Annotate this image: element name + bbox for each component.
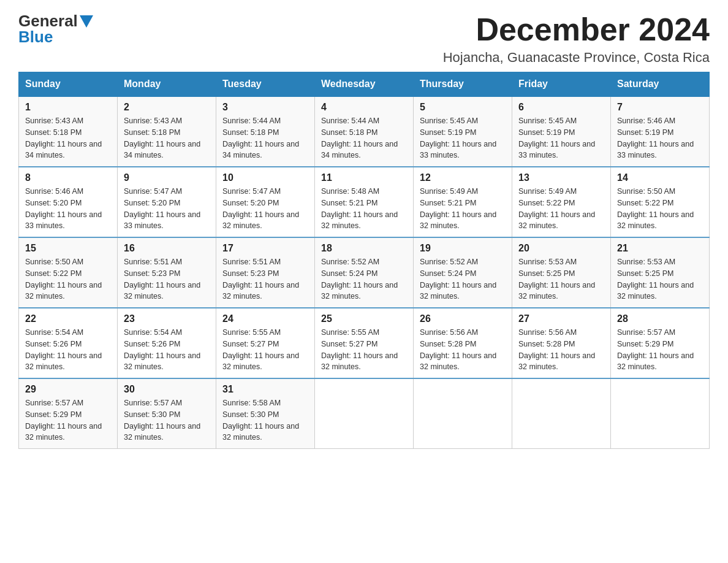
daylight-text: Daylight: 11 hours and 33 minutes. (617, 140, 694, 160)
day-info: Sunrise: 5:54 AM Sunset: 5:26 PM Dayligh… (124, 327, 210, 373)
day-number: 25 (321, 313, 407, 324)
day-number: 5 (420, 102, 506, 113)
daylight-text: Daylight: 11 hours and 33 minutes. (124, 210, 200, 231)
day-number: 30 (124, 384, 210, 395)
day-number: 28 (617, 313, 703, 324)
sunrise-text: Sunrise: 5:47 AM (124, 187, 182, 196)
day-number: 17 (222, 243, 308, 254)
day-number: 18 (321, 243, 407, 254)
sunset-text: Sunset: 5:28 PM (420, 340, 476, 348)
day-info: Sunrise: 5:55 AM Sunset: 5:27 PM Dayligh… (321, 327, 407, 373)
day-number: 1 (25, 102, 111, 113)
calendar-cell: 23 Sunrise: 5:54 AM Sunset: 5:26 PM Dayl… (118, 308, 216, 378)
weekday-header-saturday: Saturday (611, 72, 710, 97)
sunrise-text: Sunrise: 5:57 AM (124, 399, 182, 407)
daylight-text: Daylight: 11 hours and 32 minutes. (222, 281, 299, 301)
main-title: December 2024 (443, 12, 710, 47)
sunset-text: Sunset: 5:25 PM (617, 269, 673, 278)
sunset-text: Sunset: 5:21 PM (321, 199, 377, 207)
sunset-text: Sunset: 5:22 PM (518, 199, 575, 207)
calendar-cell: 31 Sunrise: 5:58 AM Sunset: 5:30 PM Dayl… (216, 378, 315, 449)
day-info: Sunrise: 5:52 AM Sunset: 5:24 PM Dayligh… (420, 256, 506, 302)
sunrise-text: Sunrise: 5:51 AM (222, 258, 281, 266)
sunset-text: Sunset: 5:27 PM (321, 340, 377, 348)
day-number: 15 (25, 243, 111, 254)
daylight-text: Daylight: 11 hours and 32 minutes. (25, 351, 102, 372)
sunrise-text: Sunrise: 5:45 AM (518, 117, 577, 125)
calendar-cell: 21 Sunrise: 5:53 AM Sunset: 5:25 PM Dayl… (611, 237, 710, 308)
calendar-cell: 20 Sunrise: 5:53 AM Sunset: 5:25 PM Dayl… (512, 237, 611, 308)
sunset-text: Sunset: 5:23 PM (124, 269, 180, 278)
sunset-text: Sunset: 5:25 PM (518, 269, 575, 278)
sunset-text: Sunset: 5:29 PM (25, 410, 82, 419)
sunrise-text: Sunrise: 5:55 AM (321, 328, 379, 337)
daylight-text: Daylight: 11 hours and 32 minutes. (321, 281, 398, 301)
calendar-cell: 27 Sunrise: 5:56 AM Sunset: 5:28 PM Dayl… (512, 308, 611, 378)
sunrise-text: Sunrise: 5:49 AM (420, 187, 478, 196)
day-info: Sunrise: 5:43 AM Sunset: 5:18 PM Dayligh… (25, 115, 111, 161)
day-info: Sunrise: 5:49 AM Sunset: 5:22 PM Dayligh… (518, 186, 604, 232)
sunrise-text: Sunrise: 5:43 AM (25, 117, 83, 125)
day-number: 8 (25, 172, 111, 183)
day-number: 16 (124, 243, 210, 254)
day-number: 14 (617, 172, 703, 183)
daylight-text: Daylight: 11 hours and 33 minutes. (420, 140, 496, 160)
sunrise-text: Sunrise: 5:50 AM (617, 187, 675, 196)
daylight-text: Daylight: 11 hours and 32 minutes. (617, 281, 694, 301)
weekday-header-sunday: Sunday (19, 72, 118, 97)
day-number: 7 (617, 102, 703, 113)
daylight-text: Daylight: 11 hours and 32 minutes. (321, 351, 398, 372)
day-info: Sunrise: 5:53 AM Sunset: 5:25 PM Dayligh… (617, 256, 703, 302)
sunrise-text: Sunrise: 5:54 AM (124, 328, 182, 337)
daylight-text: Daylight: 11 hours and 32 minutes. (420, 351, 496, 372)
logo: General Blue (18, 12, 93, 47)
calendar-cell: 15 Sunrise: 5:50 AM Sunset: 5:22 PM Dayl… (19, 237, 118, 308)
sunrise-text: Sunrise: 5:57 AM (617, 328, 675, 337)
day-info: Sunrise: 5:48 AM Sunset: 5:21 PM Dayligh… (321, 186, 407, 232)
calendar-cell: 5 Sunrise: 5:45 AM Sunset: 5:19 PM Dayli… (414, 96, 512, 167)
sunset-text: Sunset: 5:27 PM (222, 340, 279, 348)
sunset-text: Sunset: 5:18 PM (321, 128, 377, 137)
daylight-text: Daylight: 11 hours and 32 minutes. (222, 210, 299, 231)
day-info: Sunrise: 5:55 AM Sunset: 5:27 PM Dayligh… (222, 327, 308, 373)
day-info: Sunrise: 5:57 AM Sunset: 5:30 PM Dayligh… (124, 397, 210, 443)
day-info: Sunrise: 5:56 AM Sunset: 5:28 PM Dayligh… (518, 327, 604, 373)
daylight-text: Daylight: 11 hours and 32 minutes. (124, 351, 200, 372)
sunset-text: Sunset: 5:18 PM (222, 128, 279, 137)
sunrise-text: Sunrise: 5:49 AM (518, 187, 577, 196)
calendar-cell: 2 Sunrise: 5:43 AM Sunset: 5:18 PM Dayli… (118, 96, 216, 167)
day-info: Sunrise: 5:46 AM Sunset: 5:19 PM Dayligh… (617, 115, 703, 161)
sunrise-text: Sunrise: 5:55 AM (222, 328, 281, 337)
day-number: 9 (124, 172, 210, 183)
sunset-text: Sunset: 5:26 PM (25, 340, 82, 348)
day-info: Sunrise: 5:54 AM Sunset: 5:26 PM Dayligh… (25, 327, 111, 373)
calendar-cell (611, 378, 710, 449)
sunset-text: Sunset: 5:22 PM (617, 199, 673, 207)
logo-text-blue: Blue (18, 28, 53, 47)
sunrise-text: Sunrise: 5:58 AM (222, 399, 281, 407)
daylight-text: Daylight: 11 hours and 32 minutes. (518, 281, 595, 301)
day-info: Sunrise: 5:47 AM Sunset: 5:20 PM Dayligh… (222, 186, 308, 232)
sunset-text: Sunset: 5:20 PM (25, 199, 82, 207)
day-info: Sunrise: 5:57 AM Sunset: 5:29 PM Dayligh… (617, 327, 703, 373)
calendar-cell: 4 Sunrise: 5:44 AM Sunset: 5:18 PM Dayli… (315, 96, 414, 167)
sunset-text: Sunset: 5:19 PM (518, 128, 575, 137)
sunrise-text: Sunrise: 5:51 AM (124, 258, 182, 266)
sunrise-text: Sunrise: 5:50 AM (25, 258, 83, 266)
calendar-cell: 24 Sunrise: 5:55 AM Sunset: 5:27 PM Dayl… (216, 308, 315, 378)
day-info: Sunrise: 5:45 AM Sunset: 5:19 PM Dayligh… (420, 115, 506, 161)
calendar-week-row: 29 Sunrise: 5:57 AM Sunset: 5:29 PM Dayl… (19, 378, 710, 449)
calendar-week-row: 15 Sunrise: 5:50 AM Sunset: 5:22 PM Dayl… (19, 237, 710, 308)
sunset-text: Sunset: 5:23 PM (222, 269, 279, 278)
day-number: 26 (420, 313, 506, 324)
sunrise-text: Sunrise: 5:44 AM (321, 117, 379, 125)
calendar-cell: 12 Sunrise: 5:49 AM Sunset: 5:21 PM Dayl… (414, 167, 512, 237)
sunrise-text: Sunrise: 5:43 AM (124, 117, 182, 125)
day-number: 22 (25, 313, 111, 324)
daylight-text: Daylight: 11 hours and 32 minutes. (617, 351, 694, 372)
sunset-text: Sunset: 5:24 PM (321, 269, 377, 278)
calendar-week-row: 22 Sunrise: 5:54 AM Sunset: 5:26 PM Dayl… (19, 308, 710, 378)
sunset-text: Sunset: 5:19 PM (617, 128, 673, 137)
calendar-cell: 11 Sunrise: 5:48 AM Sunset: 5:21 PM Dayl… (315, 167, 414, 237)
title-block: December 2024 Hojancha, Guanacaste Provi… (443, 12, 710, 66)
